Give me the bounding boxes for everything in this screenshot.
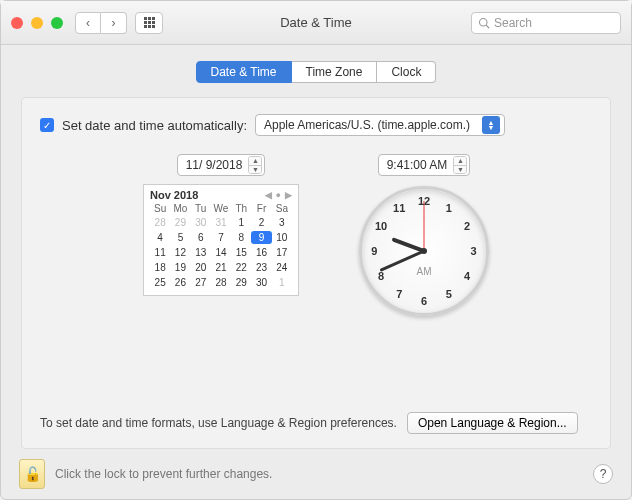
calendar-day[interactable]: 18 <box>150 261 170 274</box>
panel-footer: To set date and time formats, use Langua… <box>40 402 592 434</box>
calendar-day[interactable]: 27 <box>191 276 211 289</box>
date-time-columns: 11/ 9/2018 ▲▼ Nov 2018 ◀ ● ▶ SuMoTuW <box>40 154 592 316</box>
calendar-dow: We <box>211 203 231 214</box>
calendar-day[interactable]: 19 <box>170 261 190 274</box>
calendar-day[interactable]: 7 <box>211 231 231 244</box>
calendar-day[interactable]: 2 <box>251 216 271 229</box>
bottom-bar: 🔓 Click the lock to prevent further chan… <box>1 449 631 499</box>
time-value: 9:41:00 AM <box>387 158 448 172</box>
nav-buttons: ‹ › <box>75 12 127 34</box>
second-hand <box>424 201 425 251</box>
auto-row: ✓ Set date and time automatically: Apple… <box>40 114 592 136</box>
calendar-day[interactable]: 15 <box>231 246 251 259</box>
window-controls <box>11 17 63 29</box>
calendar-day[interactable]: 29 <box>231 276 251 289</box>
calendar-day[interactable]: 6 <box>191 231 211 244</box>
lock-icon[interactable]: 🔓 <box>19 459 45 489</box>
analog-clock: AM 121234567891011 <box>359 186 489 316</box>
time-column: 9:41:00 AM ▲▼ AM 121234567891011 <box>359 154 489 316</box>
cal-prev-icon[interactable]: ◀ <box>265 190 272 200</box>
clock-number: 3 <box>471 245 477 257</box>
calendar-dow: Sa <box>272 203 292 214</box>
calendar-day[interactable]: 14 <box>211 246 231 259</box>
calendar: Nov 2018 ◀ ● ▶ SuMoTuWeThFrSa28293031123… <box>143 184 299 296</box>
search-input[interactable]: Search <box>471 12 621 34</box>
calendar-day[interactable]: 8 <box>231 231 251 244</box>
cal-today-icon[interactable]: ● <box>276 190 281 200</box>
calendar-dow: Tu <box>191 203 211 214</box>
calendar-day[interactable]: 20 <box>191 261 211 274</box>
tab-date-time[interactable]: Date & Time <box>196 61 292 83</box>
segmented-tabs: Date & Time Time Zone Clock <box>21 61 611 83</box>
minimize-icon[interactable] <box>31 17 43 29</box>
calendar-dow: Fr <box>251 203 271 214</box>
time-stepper[interactable]: 9:41:00 AM ▲▼ <box>378 154 471 176</box>
calendar-day[interactable]: 9 <box>251 231 271 244</box>
search-icon <box>478 17 490 29</box>
zoom-icon[interactable] <box>51 17 63 29</box>
calendar-day[interactable]: 30 <box>251 276 271 289</box>
clock-number: 4 <box>464 270 470 282</box>
calendar-day[interactable]: 22 <box>231 261 251 274</box>
search-placeholder: Search <box>494 16 532 30</box>
calendar-day[interactable]: 28 <box>211 276 231 289</box>
calendar-header: Nov 2018 ◀ ● ▶ <box>150 189 292 201</box>
show-all-button[interactable] <box>135 12 163 34</box>
calendar-dow: Th <box>231 203 251 214</box>
clock-ampm: AM <box>417 266 432 277</box>
time-server-dropdown[interactable]: Apple Americas/U.S. (time.apple.com.) ▲▼ <box>255 114 505 136</box>
clock-number: 1 <box>446 202 452 214</box>
back-button[interactable]: ‹ <box>75 12 101 34</box>
grid-icon <box>144 17 155 28</box>
lock-text: Click the lock to prevent further change… <box>55 467 272 481</box>
open-language-region-button[interactable]: Open Language & Region... <box>407 412 578 434</box>
calendar-day[interactable]: 30 <box>191 216 211 229</box>
calendar-dow: Mo <box>170 203 190 214</box>
clock-number: 7 <box>396 288 402 300</box>
tab-clock[interactable]: Clock <box>377 61 436 83</box>
calendar-day[interactable]: 11 <box>150 246 170 259</box>
calendar-day[interactable]: 28 <box>150 216 170 229</box>
clock-number: 6 <box>421 295 427 307</box>
date-value: 11/ 9/2018 <box>186 158 243 172</box>
calendar-day[interactable]: 29 <box>170 216 190 229</box>
calendar-day[interactable]: 1 <box>231 216 251 229</box>
window-title: Date & Time <box>280 15 352 30</box>
date-time-panel: ✓ Set date and time automatically: Apple… <box>21 97 611 449</box>
calendar-day[interactable]: 26 <box>170 276 190 289</box>
calendar-day[interactable]: 1 <box>272 276 292 289</box>
auto-label: Set date and time automatically: <box>62 118 247 133</box>
calendar-day[interactable]: 4 <box>150 231 170 244</box>
clock-number: 5 <box>446 288 452 300</box>
clock-number: 2 <box>464 220 470 232</box>
calendar-day[interactable]: 5 <box>170 231 190 244</box>
calendar-day[interactable]: 17 <box>272 246 292 259</box>
calendar-dow: Su <box>150 203 170 214</box>
calendar-day[interactable]: 10 <box>272 231 292 244</box>
date-stepper-buttons[interactable]: ▲▼ <box>248 156 262 174</box>
calendar-day[interactable]: 25 <box>150 276 170 289</box>
chevron-updown-icon: ▲▼ <box>482 116 500 134</box>
content-area: Date & Time Time Zone Clock ✓ Set date a… <box>1 45 631 449</box>
calendar-day[interactable]: 23 <box>251 261 271 274</box>
date-column: 11/ 9/2018 ▲▼ Nov 2018 ◀ ● ▶ SuMoTuW <box>143 154 299 316</box>
tab-time-zone[interactable]: Time Zone <box>292 61 378 83</box>
close-icon[interactable] <box>11 17 23 29</box>
cal-next-icon[interactable]: ▶ <box>285 190 292 200</box>
svg-point-0 <box>480 18 488 26</box>
clock-number: 9 <box>371 245 377 257</box>
calendar-day[interactable]: 21 <box>211 261 231 274</box>
calendar-day[interactable]: 16 <box>251 246 271 259</box>
calendar-day[interactable]: 31 <box>211 216 231 229</box>
clock-number: 8 <box>378 270 384 282</box>
calendar-day[interactable]: 13 <box>191 246 211 259</box>
forward-button[interactable]: › <box>101 12 127 34</box>
calendar-day[interactable]: 24 <box>272 261 292 274</box>
calendar-day[interactable]: 3 <box>272 216 292 229</box>
date-stepper[interactable]: 11/ 9/2018 ▲▼ <box>177 154 266 176</box>
calendar-grid: SuMoTuWeThFrSa28293031123456789101112131… <box>150 203 292 289</box>
help-button[interactable]: ? <box>593 464 613 484</box>
time-stepper-buttons[interactable]: ▲▼ <box>453 156 467 174</box>
calendar-day[interactable]: 12 <box>170 246 190 259</box>
auto-checkbox[interactable]: ✓ <box>40 118 54 132</box>
